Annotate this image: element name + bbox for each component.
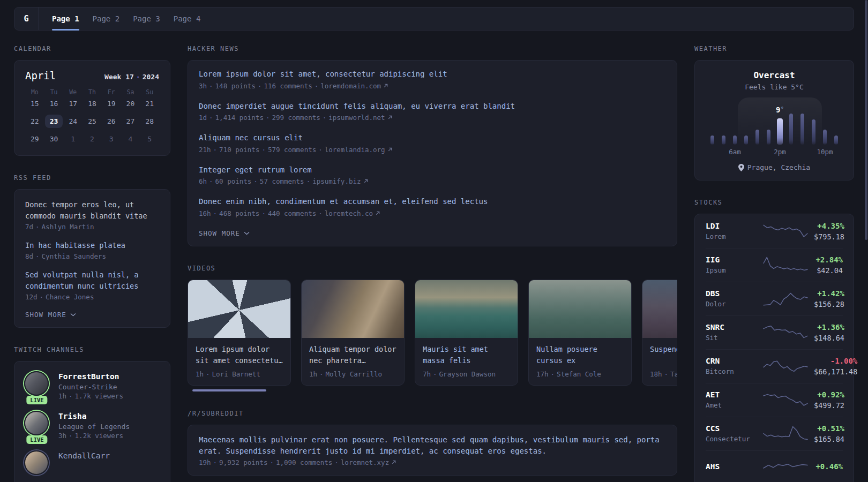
stock-row[interactable]: AHS +0.46%: [706, 450, 843, 482]
video-card[interactable]: Nullam posuere cursus ex 17h·Stefan Cole: [528, 280, 632, 386]
stock-change-percent: +1.42%: [814, 289, 844, 298]
calendar-day-header: Tu: [44, 88, 64, 96]
stock-values: -1.00% $66,171.48: [814, 357, 857, 376]
stock-row[interactable]: CRN Bitcorn -1.00% $66,171.48: [706, 349, 843, 383]
calendar-date: 30: [44, 132, 64, 146]
hackernews-item: Aliquam nec cursus elit 21h·710 points·5…: [199, 133, 666, 154]
stocks-widget-title: STOCKS: [694, 199, 854, 206]
twitch-channel-name[interactable]: KendallCarr: [58, 450, 110, 461]
stock-symbol: IIG: [706, 255, 757, 264]
stock-row[interactable]: AET Amet +0.92% $499.72: [706, 383, 843, 417]
hackernews-widget: HACKER NEWS Lorem ipsum dolor sit amet, …: [188, 45, 677, 246]
stock-change-percent: +0.51%: [814, 424, 844, 433]
weather-location[interactable]: Prague, Czechia: [707, 163, 842, 171]
stock-values: +0.51% $165.84: [814, 424, 844, 443]
calendar-date: 18: [83, 97, 102, 110]
external-link-icon: [363, 178, 369, 184]
video-meta: 1h·Lori Barnett: [196, 370, 283, 378]
video-thumbnail[interactable]: [642, 280, 677, 338]
rss-item-meta: 12d·Chance Jones: [25, 293, 159, 301]
stock-symbol: AHS: [706, 462, 757, 471]
stock-name: Lorem: [706, 232, 757, 240]
stock-name: Sit: [706, 334, 757, 342]
stock-id: AET Amet: [706, 390, 757, 409]
video-card[interactable]: Aliquam tempor dolor nec pharetra… 1h·Mo…: [301, 280, 405, 386]
stock-id: LDI Lorem: [706, 222, 757, 240]
page-tab-label: Page 4: [174, 14, 201, 23]
stock-row[interactable]: SNRC Sit +1.36% $148.64: [706, 315, 843, 349]
stock-row[interactable]: DBS Dolor +1.42% $156.28: [706, 282, 843, 315]
page-scrollbar-thumb[interactable]: [865, 0, 867, 240]
video-title[interactable]: Mauris sit amet massa felis: [423, 344, 510, 366]
weather-hour-bar: [800, 114, 804, 145]
video-card[interactable]: Mauris sit amet massa felis 7h·Grayson D…: [415, 280, 518, 386]
subreddit-post-meta: 19h·9,932 points·1,090 comments·loremnet…: [199, 458, 666, 466]
page-tab[interactable]: Page 4: [174, 7, 201, 30]
videos-carousel: Lorem ipsum dolor sit amet consectetu… 1…: [188, 280, 677, 386]
app-logo[interactable]: G: [14, 7, 39, 30]
twitch-channel-name[interactable]: ForrestBurton: [58, 371, 123, 382]
twitch-widget-title: TWITCH CHANNELS: [14, 346, 170, 353]
weather-hour-bar: [812, 119, 815, 145]
hackernews-show-more-button[interactable]: SHOW MORE: [199, 229, 250, 237]
rss-widget: RSS FEED Donec tempor eros leo, ut commo…: [14, 174, 170, 328]
video-card-body: Suspendisse diam 18h·Tara: [642, 338, 677, 385]
calendar-day-header: Mo: [25, 88, 44, 96]
calendar-date: 19: [102, 97, 121, 110]
calendar-date: 25: [83, 115, 102, 128]
calendar-date: 17: [63, 97, 83, 110]
video-thumbnail[interactable]: [302, 280, 404, 338]
hackernews-item-title[interactable]: Integer eget rutrum lorem: [199, 165, 666, 176]
video-title[interactable]: Lorem ipsum dolor sit amet consectetu…: [196, 344, 283, 366]
rss-item-title[interactable]: In hac habitasse platea: [25, 240, 159, 251]
rss-show-more-button[interactable]: SHOW MORE: [25, 311, 76, 319]
stock-change-percent: +2.84%: [814, 255, 843, 264]
hackernews-item-title[interactable]: Aliquam nec cursus elit: [199, 133, 666, 144]
chevron-down-icon: [244, 231, 250, 235]
stock-id: DBS Dolor: [706, 289, 757, 308]
stock-values: +0.92% $499.72: [814, 390, 844, 410]
videos-scrollbar-track[interactable]: [188, 389, 677, 391]
calendar-date: 2: [83, 132, 102, 146]
stock-symbol: CCS: [706, 424, 757, 433]
video-meta: 17h·Stefan Cole: [536, 370, 624, 378]
calendar-date: 29: [25, 132, 44, 146]
hackernews-item-title[interactable]: Lorem ipsum dolor sit amet, consectetur …: [199, 69, 666, 80]
video-thumbnail[interactable]: [188, 280, 290, 338]
twitch-channel[interactable]: LIVE ForrestBurton Counter-Strike 1h·1.7…: [24, 371, 160, 400]
stock-sparkline-chart: [762, 255, 809, 275]
rss-item-title[interactable]: Sed volutpat nulla nisl, a condimentum n…: [25, 269, 159, 292]
stock-row[interactable]: IIG Ipsum +2.84% $42.04: [706, 248, 843, 282]
calendar-day-header: Sa: [121, 88, 140, 96]
page-tab[interactable]: Page 3: [133, 7, 160, 30]
stock-price: $156.28: [814, 300, 844, 308]
hackernews-item: Integer eget rutrum lorem 6h·60 points·5…: [199, 165, 666, 186]
video-title[interactable]: Aliquam tempor dolor nec pharetra…: [309, 344, 396, 366]
calendar-widget-title: CALENDAR: [14, 45, 170, 52]
page-tab[interactable]: Page 2: [93, 7, 120, 30]
page-tab[interactable]: Page 1: [52, 7, 79, 30]
twitch-channel[interactable]: LIVE Trisha League of Legends 3h·1.2k vi…: [24, 411, 160, 440]
rss-item-title[interactable]: Donec tempor eros leo, ut commodo mauris…: [25, 199, 159, 222]
hackernews-item-title[interactable]: Donec enim nibh, condimentum et accumsan…: [199, 197, 666, 207]
stock-price: $499.72: [814, 401, 844, 410]
videos-widget: VIDEOS Lorem ipsum dolor sit amet consec…: [188, 265, 677, 391]
video-card-body: Mauris sit amet massa felis 7h·Grayson D…: [415, 338, 518, 385]
video-card[interactable]: Suspendisse diam 18h·Tara: [642, 280, 677, 386]
stock-row[interactable]: CCS Consectetur +0.51% $165.84: [706, 417, 843, 450]
hackernews-item-meta: 3h·148 points·116 comments·loremdomain.c…: [199, 82, 666, 90]
videos-scrollbar-thumb[interactable]: [192, 389, 266, 391]
stock-name: Consectetur: [706, 435, 757, 443]
video-card-body: Lorem ipsum dolor sit amet consectetu… 1…: [188, 338, 290, 385]
hackernews-item-title[interactable]: Donec imperdiet augue tincidunt felis al…: [199, 101, 666, 112]
video-thumbnail[interactable]: [529, 280, 631, 338]
stock-row[interactable]: LDI Lorem +4.35% $795.18: [706, 215, 843, 248]
video-title[interactable]: Suspendisse diam: [650, 344, 677, 366]
subreddit-post-title[interactable]: Maecenas mollis pulvinar erat non posuer…: [199, 434, 666, 457]
video-card[interactable]: Lorem ipsum dolor sit amet consectetu… 1…: [188, 280, 291, 386]
twitch-channel-name[interactable]: Trisha: [58, 411, 130, 421]
video-thumbnail[interactable]: [415, 280, 518, 338]
video-title[interactable]: Nullam posuere cursus ex: [536, 344, 624, 366]
stock-id: CRN Bitcorn: [706, 357, 757, 375]
twitch-channel[interactable]: KendallCarr: [24, 450, 160, 475]
